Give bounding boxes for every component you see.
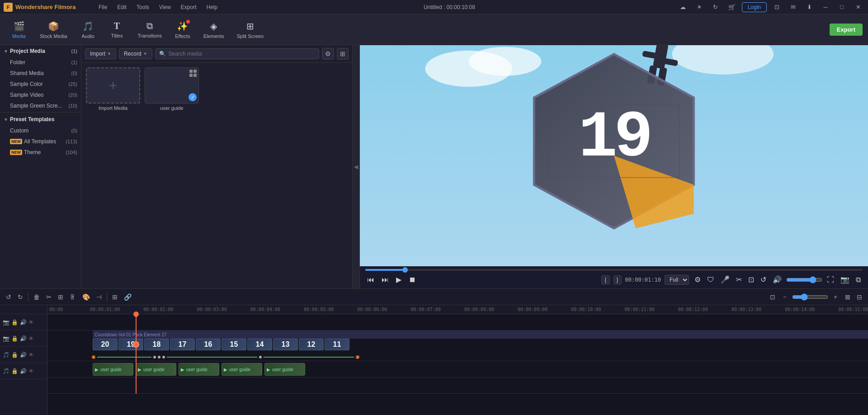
color-button[interactable]: 🎨: [80, 292, 92, 302]
add-track-button[interactable]: ⊞: [110, 292, 120, 302]
timeline-tracks[interactable]: 00:00 00:00:01:00 00:00:02:00 00:00:03:0…: [47, 305, 868, 415]
zoom-in-button[interactable]: ＋: [830, 292, 841, 302]
bracket-start-button[interactable]: {: [601, 275, 609, 284]
track3-lock[interactable]: 🔒: [11, 352, 18, 358]
split-view-button[interactable]: ⊟: [854, 292, 864, 302]
snapshot-icon[interactable]: 📷: [839, 274, 851, 286]
login-button[interactable]: Login: [742, 2, 767, 12]
zoom-out-button[interactable]: －: [779, 292, 790, 302]
guide-clip-5[interactable]: ▶ user guide: [264, 363, 305, 376]
audio-eq-button[interactable]: 🎚: [67, 292, 78, 302]
crop-icon[interactable]: ⊡: [746, 274, 756, 286]
sidebar-item-sample-color[interactable]: Sample Color (25): [0, 79, 81, 90]
sidebar-item-theme[interactable]: NEW Theme (104): [0, 147, 81, 158]
toolbar-media[interactable]: 🎬 Media: [5, 19, 33, 41]
frame-19[interactable]: 19: [118, 339, 143, 350]
track1-eye[interactable]: 👁: [28, 319, 34, 325]
menu-help[interactable]: Help: [202, 2, 222, 12]
toolbar-stock-media[interactable]: 📦 Stock Media: [34, 19, 73, 41]
redo-button[interactable]: ↻: [15, 292, 25, 302]
track4-icon[interactable]: 🎵: [3, 368, 9, 374]
update-icon[interactable]: ↻: [709, 2, 722, 12]
toolbar-titles[interactable]: T Titles: [104, 19, 131, 40]
frame-17[interactable]: 17: [170, 339, 195, 350]
export-button[interactable]: Export: [830, 24, 863, 36]
frame-20[interactable]: 20: [93, 339, 118, 350]
cut-button[interactable]: ✂: [44, 292, 54, 302]
track1-lock[interactable]: 🔒: [11, 319, 18, 325]
cloud-icon[interactable]: ☁: [677, 2, 689, 12]
track3-eye[interactable]: 👁: [28, 352, 34, 358]
track2-audio[interactable]: 🔊: [20, 335, 27, 342]
toolbar-split-screen[interactable]: ⊞ Split Screen: [231, 19, 269, 41]
track3-audio[interactable]: 🔊: [20, 352, 27, 358]
mic-icon[interactable]: 🎤: [719, 274, 731, 286]
download-icon[interactable]: ⬇: [803, 2, 816, 12]
import-button[interactable]: Import ▼: [85, 48, 116, 59]
play-button[interactable]: ▶: [394, 274, 403, 286]
frame-18[interactable]: 18: [144, 339, 169, 350]
fullscreen-icon[interactable]: ⛶: [825, 274, 836, 286]
sidebar-item-custom[interactable]: Custom (0): [0, 125, 81, 136]
menu-tools[interactable]: Tools: [132, 2, 154, 12]
zoom-slider[interactable]: [792, 293, 828, 301]
message-icon[interactable]: ✉: [787, 2, 799, 12]
track1-audio[interactable]: 🔊: [20, 319, 27, 325]
guide-clip-3[interactable]: ▶ user guide: [179, 363, 219, 376]
undo-icon[interactable]: ↺: [759, 274, 768, 286]
link-button[interactable]: 🔗: [122, 292, 134, 302]
track4-lock[interactable]: 🔒: [11, 368, 18, 374]
snap-button[interactable]: ⊡: [768, 292, 778, 302]
maximize-button[interactable]: □: [835, 2, 848, 12]
sidebar-item-shared-media[interactable]: Shared Media (0): [0, 68, 81, 79]
quality-select[interactable]: Full 1/2 1/4: [665, 275, 689, 285]
guide-clip-2[interactable]: ▶ user guide: [136, 363, 176, 376]
skip-back-button[interactable]: ⏮: [365, 274, 376, 286]
filter-button[interactable]: ⚙: [322, 48, 334, 60]
section-project-media[interactable]: ▼ Project Media (1): [0, 45, 81, 57]
account-icon[interactable]: ⊡: [770, 2, 783, 12]
toolbar-effects[interactable]: ✨ Effects: [169, 19, 196, 41]
stop-button[interactable]: ⏹: [407, 274, 418, 286]
guide-clip-4[interactable]: ▶ user guide: [222, 363, 262, 376]
volume-slider[interactable]: [786, 276, 822, 283]
menu-edit[interactable]: Edit: [113, 2, 131, 12]
track2-lock[interactable]: 🔒: [11, 335, 18, 342]
section-preset-templates[interactable]: ▼ Preset Templates: [0, 113, 81, 125]
close-button[interactable]: ✕: [852, 2, 864, 12]
playhead[interactable]: [136, 314, 137, 394]
frame-14[interactable]: 14: [247, 339, 272, 350]
import-media-item[interactable]: + Import Media: [86, 67, 140, 111]
sidebar-item-folder[interactable]: Folder (1): [0, 57, 81, 68]
toolbar-elements[interactable]: ◈ Elements: [198, 19, 230, 41]
grid-view-button[interactable]: ⊞: [337, 48, 349, 60]
frame-13[interactable]: 13: [273, 339, 298, 350]
record-button[interactable]: Record ▼: [119, 48, 152, 59]
trim-button[interactable]: ⊣: [94, 292, 104, 302]
transform-button[interactable]: ⊞: [56, 292, 66, 302]
toolbar-audio[interactable]: 🎵 Audio: [75, 19, 102, 41]
track2-eye[interactable]: 👁: [28, 335, 34, 342]
panel-collapse-arrow[interactable]: ◀: [353, 45, 360, 288]
search-input[interactable]: [169, 51, 315, 57]
shield-icon[interactable]: 🛡: [705, 274, 716, 286]
progress-bar[interactable]: [365, 269, 863, 271]
user-guide-media-item[interactable]: ✓ user guide: [145, 67, 199, 111]
menu-file[interactable]: File: [94, 2, 112, 12]
fit-button[interactable]: ⊠: [843, 292, 853, 302]
track2-icon[interactable]: 📷: [3, 335, 9, 342]
cart-icon[interactable]: 🛒: [726, 2, 738, 12]
cut-icon[interactable]: ✂: [734, 274, 744, 286]
track4-audio[interactable]: 🔊: [20, 368, 27, 374]
frame-11[interactable]: 11: [325, 339, 349, 350]
search-container[interactable]: 🔍: [155, 48, 319, 59]
frame-16[interactable]: 16: [196, 339, 221, 350]
sidebar-item-sample-video[interactable]: Sample Video (20): [0, 90, 81, 100]
volume-icon[interactable]: 🔊: [771, 274, 783, 286]
sidebar-item-all-templates[interactable]: NEW All Templates (113): [0, 136, 81, 147]
progress-thumb[interactable]: [402, 267, 408, 273]
frame-12[interactable]: 12: [299, 339, 324, 350]
settings-icon[interactable]: ⚙: [693, 274, 703, 286]
bracket-end-button[interactable]: }: [613, 275, 622, 284]
minimize-button[interactable]: ─: [819, 2, 832, 12]
